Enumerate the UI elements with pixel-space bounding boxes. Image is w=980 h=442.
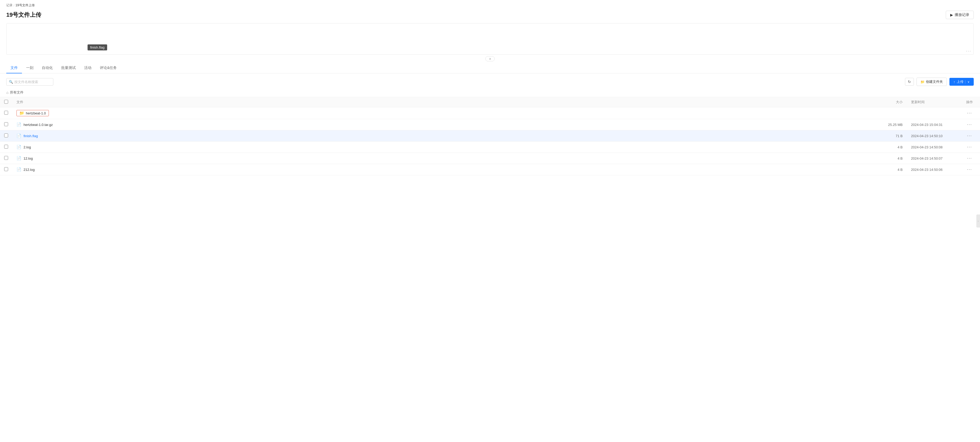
breadcrumb-parent[interactable]: 记录 xyxy=(6,3,13,8)
table-row: 📄 12.log 4 B 2024-04-23 14:50:07 ··· xyxy=(0,153,980,164)
row-4-filename: 2.log xyxy=(24,145,31,149)
toolbar: 🔍 ↻ 📁 创建文件夹 ↑ 上传 ∨ xyxy=(0,73,980,89)
page-title: 19号文件上传 xyxy=(6,11,41,19)
row-4-date: 2024-04-23 14:50:08 xyxy=(907,142,959,153)
row-6-filename: 212.log xyxy=(24,168,35,172)
search-icon: 🔍 xyxy=(9,80,13,84)
row-2-name-cell: 📄 hertzbeat-1.0.tar.gz xyxy=(12,119,875,130)
row-3-filename-link[interactable]: finish.flag xyxy=(24,134,38,138)
row-1-action: ··· xyxy=(959,107,980,119)
file-table: 文件 大小 更新时间 操作 📁 hertzbeat-1.0 xyxy=(0,97,980,175)
tab-batch[interactable]: 批量测试 xyxy=(57,63,80,73)
row-4-checkbox[interactable] xyxy=(4,145,8,149)
row-5-size: 4 B xyxy=(875,153,907,164)
path-bar: ⌂ 所有文件 xyxy=(0,89,980,97)
refresh-button[interactable]: ↻ xyxy=(905,78,914,86)
tab-files[interactable]: 文件 xyxy=(6,63,22,73)
upload-chevron-icon[interactable]: ∨ xyxy=(965,80,970,84)
tab-moment[interactable]: 一刻 xyxy=(22,63,38,73)
search-input[interactable] xyxy=(6,78,53,86)
table-body: 📁 hertzbeat-1.0 ··· xyxy=(0,107,980,175)
row-5-more-button[interactable]: ··· xyxy=(965,156,974,161)
row-2-more-button[interactable]: ··· xyxy=(965,122,974,127)
row-6-name-cell: 📄 212.log xyxy=(12,164,875,175)
row-6-checkbox[interactable] xyxy=(4,167,8,171)
row-checkbox-cell xyxy=(0,130,12,142)
tabs-bar: 文件 一刻 自动化 批量测试 活动 评论&任务 xyxy=(0,63,980,73)
row-4-more-button[interactable]: ··· xyxy=(965,144,974,150)
row-4-size: 4 B xyxy=(875,142,907,153)
breadcrumb: 记录 / 19号文件上传 xyxy=(0,0,980,9)
row-5-name-cell: 📄 12.log xyxy=(12,153,875,164)
folder-link-box[interactable]: 📁 hertzbeat-1.0 xyxy=(16,110,49,116)
header-checkbox-col xyxy=(0,97,12,107)
search-wrap: 🔍 xyxy=(6,78,53,86)
tab-comments[interactable]: 评论&任务 xyxy=(95,63,121,73)
file-icon: 📄 xyxy=(16,145,21,149)
file-icon: 📄 xyxy=(16,122,21,127)
row-5-date: 2024-04-23 14:50:07 xyxy=(907,153,959,164)
row-1-more-button[interactable]: ··· xyxy=(965,110,974,116)
right-panel-handle[interactable]: › xyxy=(976,215,980,227)
create-folder-label: 创建文件夹 xyxy=(926,79,943,84)
chevron-right-icon: › xyxy=(978,220,978,223)
row-checkbox-cell xyxy=(0,164,12,175)
breadcrumb-current: 19号文件上传 xyxy=(16,3,35,8)
header-file-col: 文件 xyxy=(12,97,875,107)
folder-create-icon: 📁 xyxy=(920,80,924,84)
row-3-more-button[interactable]: ··· xyxy=(965,133,974,139)
folder-icon: 📁 xyxy=(19,111,24,116)
row-4-action: ··· xyxy=(959,142,980,153)
row-1-checkbox[interactable] xyxy=(4,111,8,114)
preview-area: finish.flag ... xyxy=(6,23,974,55)
header-action-col: 操作 xyxy=(959,97,980,107)
chevron-up-icon: ∧ xyxy=(489,57,491,60)
page-header: 19号文件上传 ▶ 播放记录 xyxy=(0,9,980,23)
select-all-checkbox[interactable] xyxy=(4,100,8,104)
home-icon: ⌂ xyxy=(6,91,8,95)
table-row: 📁 hertzbeat-1.0 ··· xyxy=(0,107,980,119)
play-record-label: 播放记录 xyxy=(955,13,969,17)
row-3-size: 71 B xyxy=(875,130,907,142)
upload-button[interactable]: ↑ 上传 ∨ xyxy=(950,78,974,86)
row-1-name-cell: 📁 hertzbeat-1.0 xyxy=(12,107,875,119)
row-checkbox-cell xyxy=(0,107,12,119)
row-1-size xyxy=(875,107,907,119)
row-6-more-button[interactable]: ··· xyxy=(965,167,974,172)
file-blue-icon: 📄 xyxy=(16,134,21,138)
row-6-action: ··· xyxy=(959,164,980,175)
collapse-button[interactable]: ∧ xyxy=(485,56,495,61)
table-row: 📄 hertzbeat-1.0.tar.gz 25.25 MB 2024-04-… xyxy=(0,119,980,130)
row-3-name-cell: 📄 finish.flag xyxy=(12,130,875,142)
create-folder-button[interactable]: 📁 创建文件夹 xyxy=(916,78,947,86)
row-2-date: 2024-04-23 15:04:31 xyxy=(907,119,959,130)
breadcrumb-separator: / xyxy=(14,4,14,7)
row-1-date xyxy=(907,107,959,119)
row-5-checkbox[interactable] xyxy=(4,156,8,160)
file-icon: 📄 xyxy=(16,167,21,172)
upload-icon: ↑ xyxy=(954,80,955,84)
play-icon: ▶ xyxy=(950,13,953,17)
row-1-filename: hertzbeat-1.0 xyxy=(26,111,46,115)
row-5-filename: 12.log xyxy=(24,156,33,161)
preview-dots: ... xyxy=(966,47,971,53)
upload-label: 上传 xyxy=(957,79,964,84)
row-5-action: ··· xyxy=(959,153,980,164)
path-label: 所有文件 xyxy=(10,90,24,95)
file-table-wrap: 文件 大小 更新时间 操作 📁 hertzbeat-1.0 xyxy=(0,97,980,175)
tab-activity[interactable]: 活动 xyxy=(80,63,95,73)
row-3-action: ··· xyxy=(959,130,980,142)
table-row: 📄 finish.flag 71 B 2024-04-23 14:50:10 ·… xyxy=(0,130,980,142)
table-row: 📄 2.log 4 B 2024-04-23 14:50:08 ··· xyxy=(0,142,980,153)
row-checkbox-cell xyxy=(0,153,12,164)
play-record-button[interactable]: ▶ 播放记录 xyxy=(946,11,974,19)
tab-automation[interactable]: 自动化 xyxy=(38,63,57,73)
row-3-checkbox[interactable] xyxy=(4,134,8,137)
toolbar-right: ↻ 📁 创建文件夹 ↑ 上传 ∨ xyxy=(905,78,974,86)
row-2-checkbox[interactable] xyxy=(4,122,8,126)
row-4-name-cell: 📄 2.log xyxy=(12,142,875,153)
header-size-col: 大小 xyxy=(875,97,907,107)
row-2-size: 25.25 MB xyxy=(875,119,907,130)
file-icon: 📄 xyxy=(16,156,21,161)
table-header: 文件 大小 更新时间 操作 xyxy=(0,97,980,107)
